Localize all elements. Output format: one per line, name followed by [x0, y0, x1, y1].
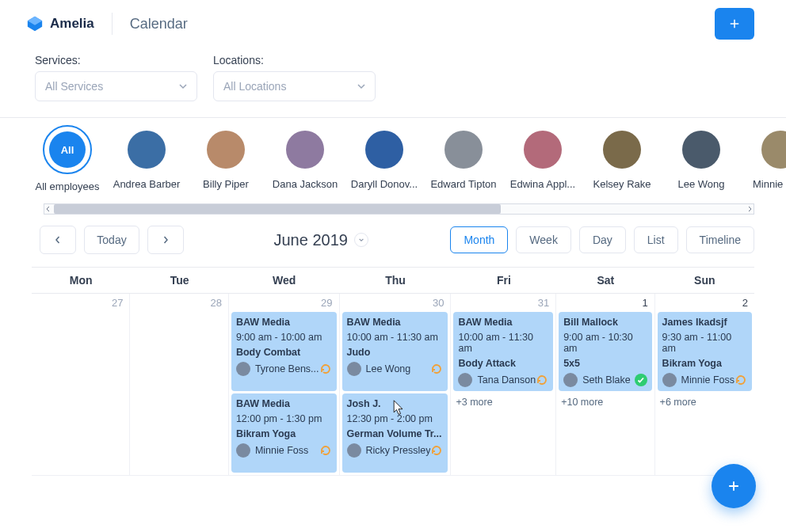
employee-item[interactable]: Dana Jackson [281, 131, 329, 192]
calendar-event[interactable]: Bill Mallock 9:00 am - 10:30 am 5x5 Seth… [559, 312, 651, 391]
event-person: Tana Danson [458, 373, 536, 387]
employee-name: Dana Jackson [273, 178, 338, 190]
day-cell[interactable]: 2 James Ikadsjf 9:30 am - 11:00 am Bikra… [655, 294, 754, 476]
employee-name: Minnie Foss [753, 178, 786, 190]
day-cell[interactable]: 28 [130, 294, 228, 476]
view-tab-timeline[interactable]: Timeline [686, 226, 754, 253]
calendar-event[interactable]: BAW Media 10:00 am - 11:30 am Judo Lee W… [342, 312, 448, 391]
employee-scrollbar[interactable] [44, 203, 754, 215]
brand: Amelia [26, 15, 94, 32]
prev-button[interactable] [40, 226, 76, 254]
fab-add-button[interactable] [712, 464, 756, 508]
event-person: Minnie Foss [662, 373, 734, 387]
employee-item[interactable]: Minnie Foss [757, 131, 786, 192]
brand-logo-icon [26, 15, 44, 32]
date-number: 28 [130, 294, 227, 312]
view-tab-week[interactable]: Week [516, 226, 571, 253]
today-button[interactable]: Today [84, 226, 139, 254]
employee-item[interactable]: Daryll Donov... [361, 131, 408, 192]
day-header: Sat [556, 268, 654, 294]
event-service: Body Combat [236, 347, 332, 358]
chevron-down-icon [357, 82, 365, 90]
calendar-event[interactable]: BAW Media 12:00 pm - 1:30 pm Bikram Yoga… [231, 393, 337, 473]
event-time: 10:00 am - 11:30 am [347, 332, 444, 343]
event-time: 9:00 am - 10:30 am [563, 332, 647, 354]
event-service: Bikram Yoga [236, 428, 332, 439]
employee-item[interactable]: Kelsey Rake [598, 131, 646, 192]
status-reschedule-icon [319, 444, 332, 457]
event-client: BAW Media [236, 398, 332, 409]
day-header: Sun [655, 268, 754, 294]
day-cell[interactable]: 27 [32, 294, 130, 476]
avatar [682, 131, 720, 169]
avatar [445, 131, 483, 169]
event-person: Seth Blake [563, 373, 630, 387]
avatar [662, 373, 677, 387]
services-label: Services: [35, 54, 197, 66]
day-cell[interactable]: 29 BAW Media 9:00 am - 10:00 am Body Com… [229, 294, 340, 476]
employee-item[interactable]: Lee Wong [677, 131, 725, 192]
avatar [365, 131, 403, 169]
day-cell[interactable]: 31 BAW Media 10:00 am - 11:30 am Body At… [451, 294, 556, 476]
date-number: 1 [556, 294, 654, 312]
more-link[interactable]: +3 more [451, 393, 555, 411]
locations-label: Locations: [213, 54, 376, 66]
scrollbar-thumb[interactable] [54, 204, 501, 214]
month-picker[interactable]: June 2019 [192, 231, 450, 249]
locations-select-value: All Locations [223, 80, 286, 93]
next-button[interactable] [147, 226, 184, 254]
event-service: Judo [347, 347, 444, 358]
employee-name: Edward Tipton [430, 178, 496, 190]
day-header: Thu [340, 268, 452, 294]
avatar [286, 131, 324, 169]
employee-item[interactable]: Edward Tipton [440, 131, 487, 192]
day-cell[interactable]: 30 BAW Media 10:00 am - 11:30 am Judo Le… [340, 294, 452, 476]
event-person: Tyrone Bens... [236, 362, 319, 376]
cursor-icon [393, 400, 404, 416]
employee-item[interactable]: Billy Piper [202, 131, 250, 192]
day-header: Tue [130, 268, 228, 294]
more-link[interactable]: +10 more [556, 393, 654, 411]
day-header: Mon [32, 268, 130, 294]
event-person: Ricky Pressley [347, 443, 431, 458]
chevron-right-icon [162, 236, 170, 244]
more-link[interactable]: +6 more [655, 393, 754, 411]
event-time: 9:30 am - 11:00 am [662, 332, 747, 354]
employee-item[interactable]: Edwina Appl... [519, 131, 567, 192]
status-reschedule-icon [536, 374, 548, 386]
employee-name: Lee Wong [677, 178, 724, 190]
avatar [347, 443, 361, 458]
calendar-event[interactable]: James Ikadsjf 9:30 am - 11:00 am Bikram … [658, 312, 752, 391]
view-tab-month[interactable]: Month [450, 226, 508, 253]
view-tab-list[interactable]: List [634, 226, 678, 253]
header-divider [112, 13, 113, 35]
avatar [458, 373, 472, 387]
calendar-event[interactable]: BAW Media 10:00 am - 11:30 am Body Attac… [453, 312, 553, 391]
locations-select[interactable]: All Locations [213, 71, 376, 101]
calendar-event[interactable]: BAW Media 9:00 am - 10:00 am Body Combat… [231, 312, 337, 391]
avatar [761, 131, 786, 169]
services-select[interactable]: All Services [35, 71, 197, 101]
plus-icon [727, 17, 742, 31]
add-button[interactable] [715, 8, 754, 40]
scroll-right-icon [746, 205, 754, 213]
status-reschedule-icon [430, 363, 443, 375]
month-label: June 2019 [274, 231, 348, 249]
employee-item[interactable]: Andrea Barber [123, 131, 170, 192]
chevron-down-icon [179, 82, 187, 90]
avatar [603, 131, 641, 169]
services-select-value: All Services [45, 80, 103, 93]
avatar [347, 362, 361, 376]
event-service: Body Attack [458, 358, 548, 369]
event-person: Lee Wong [347, 362, 411, 376]
event-client: Bill Mallock [563, 317, 647, 328]
avatar [128, 131, 166, 169]
view-tab-day[interactable]: Day [579, 226, 626, 253]
day-cell[interactable]: 1 Bill Mallock 9:00 am - 10:30 am 5x5 Se… [556, 294, 654, 476]
employee-name: Billy Piper [203, 178, 249, 190]
status-approved-icon [635, 374, 647, 386]
scroll-left-icon [44, 205, 52, 213]
event-client: BAW Media [236, 317, 332, 328]
chevron-down-icon [358, 237, 364, 243]
employee-all[interactable]: All All employees [44, 125, 91, 192]
